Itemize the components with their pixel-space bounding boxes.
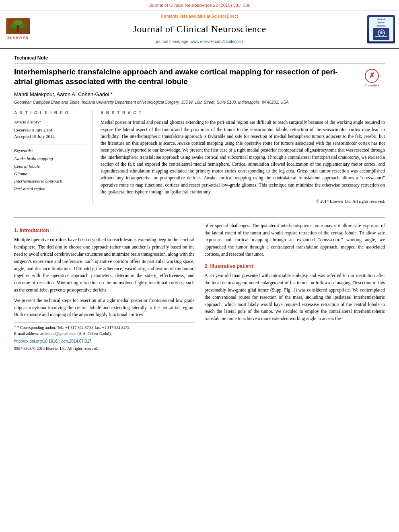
right-col-intro-para: offer special challenges. The ipsilatera… bbox=[205, 222, 385, 258]
email-link[interactable]: acoheund@gmail.com bbox=[40, 331, 76, 336]
illustrative-heading: 2. Illustrative patient bbox=[205, 263, 385, 270]
keyword-5: Peri-atrial region bbox=[14, 185, 86, 193]
article-type: Technical Note bbox=[14, 55, 385, 64]
svg-rect-10 bbox=[375, 36, 387, 37]
svg-point-6 bbox=[22, 27, 27, 31]
article-info-label: A R T I C L E I N F O bbox=[14, 110, 86, 116]
keyword-1: Awake brain mapping bbox=[14, 155, 86, 162]
crossmark-circle: ✗ bbox=[365, 69, 379, 83]
keywords-list: Awake brain mapping Central lobule Gliom… bbox=[14, 155, 86, 192]
illustrative-text: A 35-year-old man presented with intract… bbox=[205, 272, 385, 322]
abstract-col: A B S T R A C T Medial posterior frontal… bbox=[101, 110, 385, 204]
email-label: E-mail address: bbox=[14, 331, 39, 336]
email-note: E-mail address: acoheund@gmail.com (A.A.… bbox=[14, 331, 195, 337]
journal-citation: Journal of Clinical Neuroscience 22 (201… bbox=[148, 3, 250, 8]
crossmark-badge: ✗ CrossMark bbox=[359, 67, 385, 89]
article-title-text: Interhemispheric transfalcine approach a… bbox=[14, 68, 338, 86]
footnote-star: * bbox=[14, 325, 16, 330]
sciencedirect-line: Contents lists available at ScienceDirec… bbox=[161, 14, 238, 19]
keyword-4: Interhemispheric approach bbox=[14, 177, 86, 185]
journal-header: ELSEVIER Contents lists available at Sci… bbox=[0, 10, 399, 49]
journal-title: Journal of Clinical Neuroscience bbox=[133, 23, 266, 36]
crossmark-label: CrossMark bbox=[364, 84, 379, 87]
intro-para-1: Multiple operative corridors have been d… bbox=[14, 236, 195, 294]
intro-para-2: We present the technical steps for resec… bbox=[14, 297, 195, 318]
abstract-label: A B S T R A C T bbox=[101, 110, 385, 116]
article-content: Technical Note Interhemispheric transfal… bbox=[0, 49, 399, 217]
section-divider bbox=[14, 217, 385, 218]
footnote-divider bbox=[14, 322, 195, 323]
page: Journal of Clinical Neuroscience 22 (201… bbox=[0, 0, 399, 532]
article-history: Article history: Received 8 July 2014 Ac… bbox=[14, 119, 86, 140]
intro-heading: 1. Introduction bbox=[14, 227, 195, 234]
corresponding-note: * * Corresponding author. Tel.: +1 317 3… bbox=[14, 325, 195, 331]
jcn-logo-inner: clinicalneuroscience bbox=[369, 17, 393, 41]
authors-line: Mahdi Malekpour, Aaron A. Cohen-Gadol * bbox=[14, 91, 385, 98]
jcn-journal-logo: clinicalneuroscience bbox=[367, 15, 395, 43]
journal-header-center: Contents lists available at ScienceDirec… bbox=[36, 10, 363, 48]
info-abstract-section: A R T I C L E I N F O Article history: R… bbox=[14, 110, 385, 204]
elsevier-text: ELSEVIER bbox=[6, 35, 30, 41]
keyword-2: Central lobule bbox=[14, 162, 86, 170]
article-title: Interhemispheric transfalcine approach a… bbox=[14, 67, 385, 87]
homepage-url[interactable]: www.elsevier.com/locate/jocn bbox=[191, 39, 243, 44]
keywords-label: Keywords: bbox=[14, 148, 86, 154]
keyword-3: Glioma bbox=[14, 170, 86, 178]
author-names: Mahdi Malekpour, Aaron A. Cohen-Gadol * bbox=[14, 91, 113, 97]
body-section: 1. Introduction Multiple operative corri… bbox=[0, 222, 399, 357]
crossmark-symbol: ✗ bbox=[369, 71, 375, 80]
history-label: Article history: bbox=[14, 119, 86, 125]
email-suffix: (A.A. Cohen-Gadol). bbox=[78, 331, 112, 336]
abstract-text: Medial posterior frontal and parietal gl… bbox=[101, 119, 385, 195]
affiliation-line: Goodman Campbell Brain and Spine, Indian… bbox=[14, 100, 385, 105]
jcn-logo-image bbox=[373, 28, 389, 40]
svg-point-5 bbox=[10, 27, 14, 31]
keywords-group: Keywords: Awake brain mapping Central lo… bbox=[14, 148, 86, 193]
elsevier-logo: ELSEVIER bbox=[6, 18, 30, 41]
accepted-date: Accepted 15 July 2014 bbox=[14, 133, 86, 140]
corresponding-text: * Corresponding author. Tel.: +1 317 362… bbox=[17, 325, 131, 330]
jcn-logo-text: clinicalneuroscience bbox=[376, 18, 385, 27]
svg-point-9 bbox=[380, 32, 383, 34]
issn-line: 0967-5868/© 2014 Elsevier Ltd. All right… bbox=[14, 345, 195, 351]
elsevier-logo-section: ELSEVIER bbox=[0, 10, 36, 48]
copyright-line: © 2014 Elsevier Ltd. All rights reserved… bbox=[101, 199, 385, 205]
contents-available-text: Contents lists available at bbox=[161, 14, 210, 18]
journal-homepage: journal homepage: www.elsevier.com/locat… bbox=[156, 39, 243, 45]
doi-link[interactable]: http://dx.doi.org/10.1016/j.jocn.2014.07… bbox=[14, 339, 91, 344]
footer-links: http://dx.doi.org/10.1016/j.jocn.2014.07… bbox=[14, 339, 195, 344]
article-info-col: A R T I C L E I N F O Article history: R… bbox=[14, 110, 93, 204]
homepage-prefix: journal homepage: bbox=[156, 39, 191, 44]
sciencedirect-brand: ScienceDirect bbox=[212, 14, 238, 18]
journal-logo-right-section: clinicalneuroscience bbox=[363, 10, 399, 48]
body-left-col: 1. Introduction Multiple operative corri… bbox=[14, 222, 195, 351]
info-divider bbox=[14, 144, 86, 144]
elsevier-tree-logo bbox=[6, 18, 30, 34]
svg-rect-4 bbox=[17, 25, 19, 32]
body-right-col: offer special challenges. The ipsilatera… bbox=[205, 222, 385, 351]
received-date: Received 8 July 2014 bbox=[14, 127, 86, 134]
journal-citation-bar: Journal of Clinical Neuroscience 22 (201… bbox=[0, 0, 399, 10]
